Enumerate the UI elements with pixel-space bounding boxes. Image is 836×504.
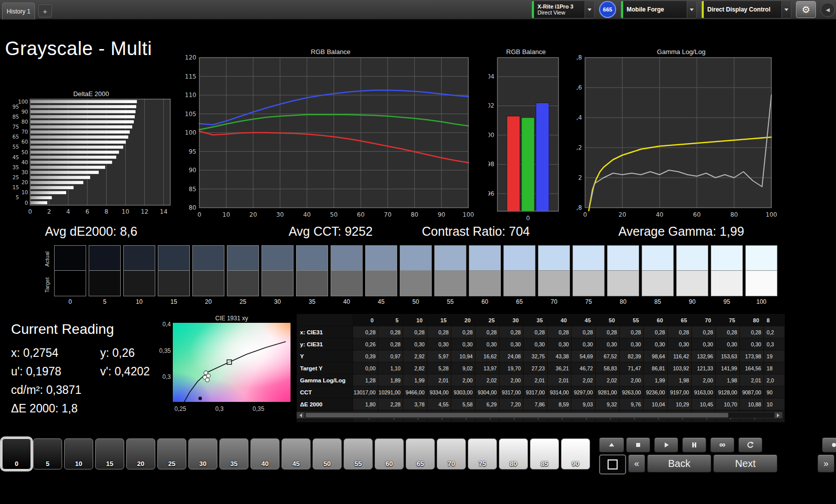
table-cell: 10,04 [643, 398, 667, 410]
settings-button[interactable]: ⚙ [796, 1, 816, 18]
back-chevron-button[interactable]: « [628, 454, 645, 472]
table-cell: 16,62 [475, 350, 499, 362]
table-cell: 2,00 [691, 374, 715, 386]
next-chevron-button[interactable]: » [817, 454, 834, 472]
table-cell: 116,42 [667, 350, 691, 362]
meter-dropdown[interactable]: X-Rite i1Pro 3 Direct View [531, 1, 595, 19]
level-button-label: 90 [562, 460, 590, 467]
target-patch [261, 271, 294, 296]
swatch-label: 85 [642, 298, 674, 305]
table-cell: 0,28 [643, 326, 667, 338]
actual-patch [54, 245, 86, 271]
tab-history-1[interactable]: History 1 [2, 3, 35, 20]
meter-dropdown-chevron[interactable] [585, 1, 594, 18]
table-cell: 1,98 [715, 374, 739, 386]
level-button-5[interactable]: 5 [33, 438, 62, 469]
table-horizontal-scrollbar[interactable] [297, 412, 782, 418]
level-button-label: 30 [189, 460, 217, 467]
svg-text:105: 105 [185, 111, 196, 118]
row-label: Y [297, 350, 353, 362]
continuous-measure-button[interactable]: ∞ [710, 437, 734, 452]
repeat-button[interactable] [738, 437, 762, 452]
level-button-50[interactable]: 50 [313, 438, 342, 469]
table-cell: 71,47 [619, 362, 643, 374]
column-header: 0 [353, 314, 378, 326]
scroll-up-button[interactable] [599, 437, 624, 452]
avg-deltae-summary: Avg dE2000: 8,6 [3, 224, 179, 239]
meter-reads-badge[interactable]: 665 [599, 1, 616, 18]
gray-swatch: 100 [745, 245, 777, 305]
source-dropdown-chevron[interactable] [687, 1, 696, 18]
level-button-35[interactable]: 35 [219, 438, 248, 469]
level-button-55[interactable]: 55 [344, 438, 373, 469]
level-button-70[interactable]: 70 [437, 438, 466, 469]
actual-patch [711, 245, 743, 271]
table-cell: 0,28 [451, 326, 475, 338]
table-cell: 9317,00 [499, 386, 523, 398]
swatch-label: 20 [192, 298, 224, 305]
level-button-10[interactable]: 10 [64, 438, 93, 469]
table-cell: 0,28 [353, 326, 378, 338]
level-button-0[interactable]: 0 [2, 438, 31, 469]
scrollbar-track[interactable] [305, 412, 774, 418]
gray-swatch: 65 [503, 245, 535, 305]
level-button-75[interactable]: 75 [468, 438, 497, 469]
extra-transport-button[interactable] [822, 437, 836, 452]
target-patch [607, 271, 639, 296]
level-button-20[interactable]: 20 [126, 438, 155, 469]
next-button[interactable]: Next [713, 454, 777, 472]
swatch-label: 50 [400, 298, 432, 305]
target-patch [54, 271, 86, 296]
source-dropdown[interactable]: Mobile Forge [621, 1, 697, 19]
level-button-60[interactable]: 60 [375, 438, 404, 469]
level-button-45[interactable]: 45 [282, 438, 311, 469]
add-tab-button[interactable]: + [38, 5, 52, 18]
svg-text:100: 100 [766, 211, 777, 218]
pause-button[interactable] [682, 437, 706, 452]
svg-text:2,8: 2,8 [576, 55, 582, 61]
svg-text:45: 45 [13, 154, 19, 160]
gray-swatch: 10 [123, 245, 155, 305]
table-cell: 0,28 [378, 326, 403, 338]
table-cell: 5,28 [427, 362, 451, 374]
display-dropdown-chevron[interactable] [781, 1, 791, 18]
level-button-40[interactable]: 40 [250, 438, 280, 469]
svg-text:60: 60 [357, 211, 365, 218]
svg-text:85: 85 [189, 186, 196, 193]
stop-button[interactable] [626, 437, 650, 452]
swatch-label: 65 [503, 298, 535, 305]
level-button-90[interactable]: 90 [561, 438, 590, 469]
table-cell: 2,01 [523, 374, 547, 386]
gray-swatch: 80 [607, 245, 639, 305]
back-button[interactable]: Back [647, 454, 711, 472]
level-button-label: 0 [3, 460, 31, 467]
scroll-right-button[interactable] [774, 412, 782, 418]
level-button-85[interactable]: 85 [530, 438, 559, 469]
level-button-30[interactable]: 30 [188, 438, 217, 469]
svg-text:100: 100 [185, 129, 196, 136]
display-control-dropdown[interactable]: Direct Display Control [701, 1, 791, 19]
collapse-panel-button[interactable]: ◀ [820, 3, 835, 17]
level-button-65[interactable]: 65 [406, 438, 435, 469]
level-button-25[interactable]: 25 [157, 438, 186, 469]
table-cell: 9236,00 [643, 386, 667, 398]
collapse-arrow-icon: ◀ [826, 7, 830, 13]
scroll-left-button[interactable] [297, 412, 305, 418]
gray-swatch: 85 [642, 245, 674, 305]
level-button-80[interactable]: 80 [499, 438, 528, 469]
gray-swatch: 50 [400, 245, 432, 305]
table-cell: 0,30 [475, 338, 499, 350]
table-cell: 121,33 [691, 362, 715, 374]
scrollbar-thumb[interactable] [306, 413, 728, 417]
svg-text:104: 104 [488, 73, 494, 80]
play-button[interactable] [654, 437, 678, 452]
table-cell: 9281,00 [595, 386, 619, 398]
svg-text:110: 110 [185, 92, 196, 99]
level-button-15[interactable]: 15 [95, 438, 124, 469]
cie-xtick-025: 0,25 [169, 405, 191, 412]
table-cell: 2,02 [571, 374, 595, 386]
svg-text:5: 5 [16, 194, 19, 200]
pattern-window-button[interactable] [599, 454, 626, 474]
table-cell: 0,28 [571, 326, 595, 338]
svg-text:40: 40 [656, 211, 663, 218]
